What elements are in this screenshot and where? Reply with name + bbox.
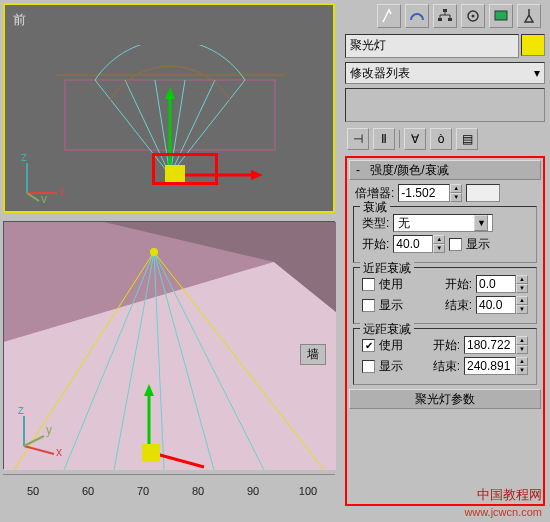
far-start-spinner[interactable]: ▲▼ xyxy=(464,336,528,354)
near-atten-group: 近距衰减 使用 开始: ▲▼ 显示 结束: ▲▼ xyxy=(353,267,537,324)
svg-text:y: y xyxy=(46,423,52,437)
svg-rect-36 xyxy=(448,18,452,21)
svg-rect-39 xyxy=(495,11,507,20)
decay-group: 衰减 类型: 无 ▼ 开始: ▲▼ 显示 xyxy=(353,206,537,263)
svg-text:x: x xyxy=(56,445,62,456)
ruler-tick-label: 80 xyxy=(192,485,204,497)
near-show-label: 显示 xyxy=(379,297,403,314)
decay-type-select[interactable]: 无 ▼ xyxy=(393,214,493,232)
spin-up-icon[interactable]: ▲ xyxy=(516,357,528,366)
modifier-stack[interactable] xyxy=(345,88,545,122)
motion-tab[interactable] xyxy=(461,4,485,28)
object-name-input[interactable]: 聚光灯 xyxy=(345,34,519,58)
spin-up-icon[interactable]: ▲ xyxy=(516,275,528,284)
spin-down-icon[interactable]: ▼ xyxy=(450,193,462,202)
svg-rect-34 xyxy=(443,9,447,12)
near-use-checkbox[interactable] xyxy=(362,278,375,291)
svg-line-30 xyxy=(24,446,54,454)
decay-type-value: 无 xyxy=(398,215,410,232)
pin-stack-button[interactable]: ⊣ xyxy=(347,128,369,150)
axis-indicator-top: z x y xyxy=(17,153,67,203)
near-start-label: 开始: xyxy=(445,276,472,293)
spin-down-icon[interactable]: ▼ xyxy=(516,345,528,354)
far-start-input[interactable] xyxy=(464,336,516,354)
separator xyxy=(399,130,400,148)
decay-start-spinner[interactable]: ▲▼ xyxy=(393,235,445,253)
show-end-result-button[interactable]: Ⅱ xyxy=(373,128,395,150)
ruler-tick-label: 100 xyxy=(299,485,317,497)
spin-up-icon[interactable]: ▲ xyxy=(433,235,445,244)
configure-sets-button[interactable]: ▤ xyxy=(456,128,478,150)
far-end-input[interactable] xyxy=(464,357,516,375)
decay-start-label: 开始: xyxy=(362,236,389,253)
near-end-spinner[interactable]: ▲▼ xyxy=(476,296,528,314)
collapse-icon: - xyxy=(356,163,360,177)
modifier-list-label: 修改器列表 xyxy=(350,65,410,82)
multiplier-input[interactable] xyxy=(398,184,450,202)
rollup-intensity-header[interactable]: - 强度/颜色/衰减 xyxy=(349,160,541,180)
near-end-input[interactable] xyxy=(476,296,516,314)
watermark-line1: 中国教程网 xyxy=(477,486,542,504)
spin-down-icon[interactable]: ▼ xyxy=(516,366,528,375)
intensity-rollup-highlight: - 强度/颜色/衰减 倍增器: ▲▼ 衰减 类型: 无 ▼ 开始: xyxy=(345,156,545,506)
ruler-tick-label: 70 xyxy=(137,485,149,497)
multiplier-spinner[interactable]: ▲▼ xyxy=(398,184,462,202)
rollup-spotlight-header[interactable]: 聚光灯参数 xyxy=(349,389,541,409)
svg-rect-27 xyxy=(142,444,160,462)
display-tab[interactable] xyxy=(489,4,513,28)
utilities-tab[interactable] xyxy=(517,4,541,28)
modify-tab[interactable] xyxy=(405,4,429,28)
far-end-spinner[interactable]: ▲▼ xyxy=(464,357,528,375)
spin-down-icon[interactable]: ▼ xyxy=(516,305,528,314)
modifier-stack-toolbar: ⊣ Ⅱ ∀ ò ▤ xyxy=(345,126,545,152)
rollup-spotlight-title: 聚光灯参数 xyxy=(415,391,475,408)
far-end-label: 结束: xyxy=(433,358,460,375)
modifier-list-dropdown[interactable]: 修改器列表 ▾ xyxy=(345,62,545,84)
make-unique-button[interactable]: ∀ xyxy=(404,128,426,150)
far-show-checkbox[interactable] xyxy=(362,360,375,373)
svg-line-32 xyxy=(24,436,44,446)
spin-down-icon[interactable]: ▼ xyxy=(516,284,528,293)
near-show-checkbox[interactable] xyxy=(362,299,375,312)
spin-down-icon[interactable]: ▼ xyxy=(433,244,445,253)
hierarchy-tab[interactable] xyxy=(433,4,457,28)
wall-label: 墙 xyxy=(300,344,326,365)
decay-type-label: 类型: xyxy=(362,215,389,232)
decay-start-input[interactable] xyxy=(393,235,433,253)
near-start-spinner[interactable]: ▲▼ xyxy=(476,275,528,293)
svg-text:z: z xyxy=(21,153,27,164)
spin-up-icon[interactable]: ▲ xyxy=(516,336,528,345)
far-show-label: 显示 xyxy=(379,358,403,375)
svg-text:y: y xyxy=(41,192,47,203)
axis-indicator-bot: z x y xyxy=(14,406,64,456)
near-use-label: 使用 xyxy=(379,276,403,293)
svg-text:z: z xyxy=(18,406,24,417)
object-color-swatch[interactable] xyxy=(521,34,545,56)
near-start-input[interactable] xyxy=(476,275,516,293)
spin-up-icon[interactable]: ▲ xyxy=(516,296,528,305)
svg-line-11 xyxy=(27,193,39,201)
spin-up-icon[interactable]: ▲ xyxy=(450,184,462,193)
far-atten-title: 远距衰减 xyxy=(360,321,414,338)
far-use-checkbox[interactable]: ✔ xyxy=(362,339,375,352)
light-color-swatch[interactable] xyxy=(466,184,500,202)
decay-show-label: 显示 xyxy=(466,236,490,253)
far-atten-group: 远距衰减 ✔ 使用 开始: ▲▼ 显示 结束: ▲▼ xyxy=(353,328,537,385)
viewport-perspective[interactable]: 墙 z x y xyxy=(3,221,335,469)
near-end-label: 结束: xyxy=(445,297,472,314)
create-tab[interactable] xyxy=(377,4,401,28)
command-panel-tabs xyxy=(345,2,545,30)
decay-show-checkbox[interactable] xyxy=(449,238,462,251)
chevron-down-icon: ▾ xyxy=(534,66,540,80)
near-atten-title: 近距衰减 xyxy=(360,260,414,277)
remove-modifier-button[interactable]: ò xyxy=(430,128,452,150)
far-start-label: 开始: xyxy=(433,337,460,354)
timeline-ruler[interactable]: 50 60 70 80 90 100 xyxy=(3,474,335,502)
viewport-front[interactable]: 前 z x y xyxy=(3,3,335,213)
ruler-tick-label: 60 xyxy=(82,485,94,497)
chevron-down-icon: ▼ xyxy=(474,215,488,231)
watermark-line2: www.jcwcn.com xyxy=(464,506,542,518)
highlight-box xyxy=(152,153,218,185)
svg-marker-3 xyxy=(165,87,175,99)
viewport-front-label: 前 xyxy=(13,11,26,29)
